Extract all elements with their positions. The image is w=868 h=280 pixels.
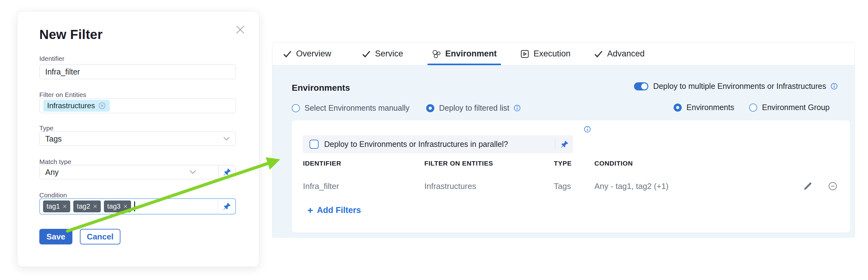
column-header: TYPE bbox=[554, 160, 594, 167]
play-square-icon bbox=[520, 49, 529, 59]
identifier-input[interactable] bbox=[40, 65, 236, 79]
column-header: FILTER ON ENTITIES bbox=[424, 160, 554, 167]
add-filters-button[interactable]: + Add Filters bbox=[307, 205, 361, 215]
match-type-value: Any bbox=[45, 168, 189, 177]
radio-label: Deploy to filtered list bbox=[439, 104, 509, 112]
new-filter-modal: New Filter Identifier Filter on Entities… bbox=[17, 11, 259, 267]
tab-label: Advanced bbox=[607, 49, 645, 59]
tag-chip[interactable]: tag2 × bbox=[73, 201, 100, 212]
environment-tab-content: Environments Select Environments manuall… bbox=[272, 66, 855, 238]
toggle-knob bbox=[641, 83, 647, 90]
table-row: Infra_filter Infrastructures Tags Any - … bbox=[303, 178, 838, 194]
chevron-down-icon bbox=[223, 137, 230, 141]
identifier-label: Identifier bbox=[39, 55, 65, 62]
column-header: IDENTIFIER bbox=[303, 160, 424, 167]
cell-identifier: Infra_filter bbox=[303, 181, 424, 191]
match-type-select[interactable]: Any bbox=[39, 165, 236, 179]
tag-chip-label: tag2 bbox=[77, 202, 90, 210]
close-icon[interactable] bbox=[235, 24, 246, 35]
check-icon bbox=[594, 49, 603, 59]
add-filters-label: Add Filters bbox=[317, 206, 361, 215]
tag-remove-icon[interactable]: × bbox=[63, 203, 67, 210]
tab-advanced[interactable]: Advanced bbox=[594, 42, 645, 65]
entity-chip-label: Infrastructures bbox=[47, 101, 95, 110]
filter-on-entities-label: Filter on Entities bbox=[39, 91, 86, 99]
chevron-down-icon bbox=[189, 170, 196, 174]
text-cursor bbox=[134, 202, 135, 211]
tab-label: Overview bbox=[296, 49, 331, 59]
pin-icon bbox=[222, 202, 231, 211]
filters-table-header: IDENTIFIER FILTER ON ENTITIES TYPE CONDI… bbox=[303, 160, 838, 167]
radio-environment-group[interactable] bbox=[749, 104, 757, 112]
match-type-label: Match type bbox=[39, 158, 71, 166]
condition-field[interactable]: tag1 × tag2 × tag3 × bbox=[39, 198, 236, 214]
environments-heading: Environments bbox=[292, 83, 350, 93]
info-icon[interactable] bbox=[513, 104, 521, 112]
hexagons-icon bbox=[432, 49, 441, 59]
radio-environments[interactable] bbox=[674, 104, 682, 112]
tab-label: Execution bbox=[533, 49, 571, 59]
radio-select-manually[interactable] bbox=[292, 104, 300, 112]
tab-execution[interactable]: Execution bbox=[520, 42, 571, 65]
cell-type: Tags bbox=[554, 181, 594, 191]
edit-pencil-icon[interactable] bbox=[803, 181, 813, 191]
divider bbox=[555, 139, 555, 150]
stage-config-panel: Overview Service Environment bbox=[272, 42, 855, 238]
parallel-checkbox-label: Deploy to Environments or Infrastructure… bbox=[324, 140, 555, 149]
check-icon bbox=[362, 49, 371, 59]
condition-label: Condition bbox=[39, 191, 67, 199]
type-value: Tags bbox=[45, 134, 62, 143]
filters-card: Deploy to Environments or Infrastructure… bbox=[292, 120, 850, 233]
identifier-field[interactable] bbox=[39, 64, 236, 79]
tab-label: Service bbox=[375, 49, 403, 59]
tag-chip[interactable]: tag1 × bbox=[43, 201, 70, 212]
cancel-button[interactable]: Cancel bbox=[80, 229, 120, 244]
tag-chip-label: tag3 bbox=[107, 202, 121, 210]
page: New Filter Identifier Filter on Entities… bbox=[0, 0, 868, 280]
type-select[interactable]: Tags bbox=[39, 132, 236, 146]
modal-title: New Filter bbox=[39, 27, 103, 42]
pin-icon bbox=[222, 168, 232, 177]
tag-remove-icon[interactable]: × bbox=[93, 203, 97, 210]
radio-label: Environments bbox=[686, 103, 734, 112]
info-icon[interactable] bbox=[830, 82, 838, 91]
runtime-pin-button[interactable] bbox=[218, 165, 236, 179]
column-header: CONDITION bbox=[594, 160, 797, 167]
cell-condition: Any - tag1, tag2 (+1) bbox=[594, 181, 797, 191]
remove-minus-icon[interactable] bbox=[828, 181, 838, 191]
multi-env-toggle-row: Deploy to multiple Environments or Infra… bbox=[634, 82, 838, 91]
tab-service[interactable]: Service bbox=[362, 42, 403, 65]
save-button[interactable]: Save bbox=[39, 229, 72, 244]
radio-label: Environment Group bbox=[762, 103, 830, 112]
tab-environment[interactable]: Environment bbox=[432, 42, 497, 65]
toggle-label: Deploy to multiple Environments or Infra… bbox=[653, 82, 826, 91]
pin-icon[interactable] bbox=[560, 140, 569, 149]
multi-env-toggle[interactable] bbox=[634, 82, 648, 91]
tag-chip-label: tag1 bbox=[46, 202, 60, 210]
tag-remove-icon[interactable]: × bbox=[123, 203, 127, 210]
tab-label: Environment bbox=[445, 49, 497, 59]
runtime-pin-button[interactable] bbox=[218, 199, 235, 214]
entity-chip[interactable]: Infrastructures bbox=[43, 100, 110, 112]
plus-icon: + bbox=[307, 205, 313, 215]
radio-label: Select Environments manually bbox=[305, 104, 409, 112]
tag-chip[interactable]: tag3 × bbox=[104, 201, 131, 212]
radio-deploy-filtered-list[interactable] bbox=[426, 104, 434, 112]
parallel-checkbox[interactable] bbox=[310, 140, 318, 149]
info-icon[interactable] bbox=[583, 125, 592, 134]
filter-on-entities-field[interactable]: Infrastructures bbox=[39, 98, 236, 113]
check-icon bbox=[283, 49, 292, 59]
environment-selection-radios: Select Environments manually Deploy to f… bbox=[292, 104, 521, 112]
stage-tabbar: Overview Service Environment bbox=[272, 42, 855, 66]
cell-filter-on-entities: Infrastructures bbox=[424, 181, 554, 191]
chip-remove-icon[interactable] bbox=[98, 102, 106, 110]
parallel-option-bar: Deploy to Environments or Infrastructure… bbox=[303, 135, 573, 153]
type-label: Type bbox=[39, 125, 54, 132]
tab-overview[interactable]: Overview bbox=[283, 42, 331, 65]
environment-group-radios: Environments Environment Group bbox=[674, 103, 830, 112]
